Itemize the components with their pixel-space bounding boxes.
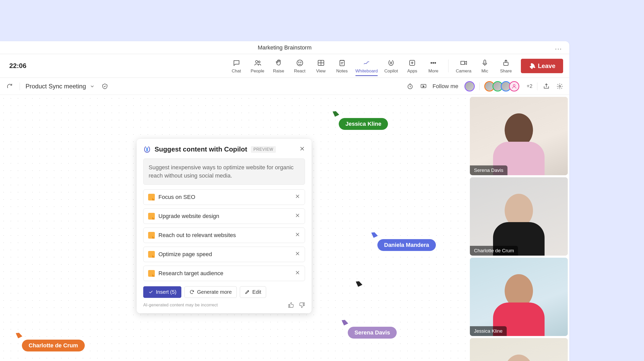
avatar[interactable] <box>464 81 475 91</box>
follow-me-label[interactable]: Follow me <box>433 83 458 90</box>
window-more-button[interactable]: ··· <box>555 45 562 53</box>
whiteboard-icon <box>362 58 371 68</box>
suggestion-item[interactable]: Research target audience <box>143 266 305 281</box>
chevron-down-icon <box>90 84 95 89</box>
notes-button[interactable]: Notes <box>334 58 350 74</box>
meeting-toolbar: 22:06 Chat People Raise React View <box>0 54 569 78</box>
insert-button[interactable]: Insert (5) <box>143 286 181 298</box>
chat-button[interactable]: Chat <box>229 58 244 74</box>
participant-avatars-group[interactable] <box>484 81 519 91</box>
sticky-note-icon <box>148 270 155 277</box>
camera-button[interactable]: Camera <box>456 58 471 74</box>
remove-suggestion-button[interactable] <box>295 213 300 220</box>
redo-button[interactable] <box>5 82 14 91</box>
remove-suggestion-button[interactable] <box>295 251 300 258</box>
react-button[interactable]: React <box>292 58 308 74</box>
people-button[interactable]: People <box>250 58 265 74</box>
copilot-button[interactable]: Copilot <box>383 58 399 74</box>
more-button[interactable]: More <box>426 58 441 74</box>
title-bar: Marketing Brainstorm ··· <box>0 41 569 54</box>
whiteboard-sub-bar: Product Sync meeting Follow me +2 <box>0 78 569 95</box>
svg-point-24 <box>513 84 515 86</box>
preview-badge: PREVIEW <box>251 146 276 153</box>
thumbs-down-button[interactable] <box>299 302 305 308</box>
share-board-button[interactable] <box>542 82 551 91</box>
mic-button[interactable]: Mic <box>477 58 493 74</box>
edit-button[interactable]: Edit <box>240 286 266 298</box>
leave-button[interactable]: Leave <box>521 59 563 73</box>
raise-button[interactable]: Raise <box>271 58 286 74</box>
view-icon <box>316 58 326 68</box>
copilot-logo-icon <box>143 146 151 153</box>
chat-icon <box>232 58 241 68</box>
svg-point-17 <box>431 62 432 63</box>
participant-avatars[interactable] <box>464 81 475 91</box>
participant-overflow[interactable]: +2 <box>527 83 532 89</box>
remove-suggestion-button[interactable] <box>295 270 300 277</box>
svg-point-2 <box>297 60 303 66</box>
suggestion-item[interactable]: Reach out to relevant websites <box>143 228 305 243</box>
share-button[interactable]: Share <box>498 58 514 74</box>
whiteboard-button[interactable]: Whiteboard <box>355 58 378 76</box>
suggestion-item[interactable]: Optimize page speed <box>143 247 305 262</box>
generate-more-button[interactable]: Generate more <box>184 286 237 298</box>
meeting-elapsed-time: 22:06 <box>9 62 27 70</box>
svg-point-18 <box>433 62 434 63</box>
cursor-charlotte: Charlotte de Crum <box>17 332 85 351</box>
people-icon <box>253 58 262 68</box>
suggestion-item[interactable]: Focus on SEO <box>143 189 305 205</box>
raise-hand-icon <box>274 58 283 68</box>
cursor-daniela: Daniela Mandera <box>372 231 436 251</box>
timer-button[interactable] <box>406 82 414 91</box>
svg-rect-20 <box>484 60 486 64</box>
leave-icon <box>529 63 535 69</box>
sticky-note-icon <box>148 251 155 258</box>
react-icon <box>295 58 304 68</box>
lock-button[interactable] <box>100 82 109 91</box>
svg-point-19 <box>435 62 436 63</box>
copilot-panel-title: Suggest content with Copilot <box>155 145 247 153</box>
svg-rect-8 <box>340 60 344 66</box>
video-participant-name: Serena Davis <box>470 165 507 175</box>
video-tile[interactable] <box>470 338 568 361</box>
close-button[interactable] <box>299 146 305 153</box>
meeting-window: Marketing Brainstorm ··· 22:06 Chat Peop… <box>0 41 569 361</box>
camera-icon <box>459 58 468 68</box>
close-icon <box>299 146 305 152</box>
remove-suggestion-button[interactable] <box>295 194 300 200</box>
svg-point-0 <box>255 60 258 63</box>
share-icon <box>501 58 511 68</box>
board-title-dropdown[interactable]: Product Sync meeting <box>26 83 95 90</box>
sticky-note-icon <box>148 232 155 239</box>
svg-point-4 <box>300 62 301 63</box>
content-area: Jessica Kline Daniela Mandera Serena Dav… <box>0 95 569 361</box>
refresh-icon <box>189 289 194 295</box>
mic-icon <box>480 58 489 68</box>
svg-point-3 <box>299 62 299 63</box>
remove-suggestion-button[interactable] <box>295 232 300 239</box>
suggestion-item[interactable]: Upgrade website design <box>143 208 305 224</box>
copilot-prompt[interactable]: Suggest inexpensive ways to optimize web… <box>143 158 305 185</box>
video-tile[interactable]: Jessica Kline <box>470 258 568 336</box>
notes-icon <box>337 58 347 68</box>
ai-disclaimer: AI-generated content may be incorrect <box>143 303 218 308</box>
copilot-suggestions: Focus on SEO Upgrade website design Reac… <box>143 189 305 281</box>
whiteboard-canvas[interactable]: Jessica Kline Daniela Mandera Serena Dav… <box>0 95 468 361</box>
sticky-note-icon <box>148 213 155 220</box>
svg-point-1 <box>258 61 260 63</box>
video-tile[interactable]: Serena Davis <box>470 97 568 175</box>
video-strip: Serena Davis Charlotte de Crum Jessica K… <box>468 95 569 361</box>
cursor-serena: Serena Davis <box>343 319 397 339</box>
avatar[interactable] <box>509 81 519 91</box>
check-icon <box>148 289 153 295</box>
window-title: Marketing Brainstorm <box>258 44 311 51</box>
thumbs-up-button[interactable] <box>288 302 294 308</box>
video-tile[interactable]: Charlotte de Crum <box>470 177 568 256</box>
apps-button[interactable]: Apps <box>404 58 420 74</box>
edit-icon <box>245 289 250 295</box>
cursor-black <box>357 280 361 286</box>
settings-button[interactable] <box>555 82 564 91</box>
present-button[interactable] <box>419 82 428 91</box>
view-button[interactable]: View <box>313 58 329 74</box>
apps-icon <box>408 58 417 68</box>
